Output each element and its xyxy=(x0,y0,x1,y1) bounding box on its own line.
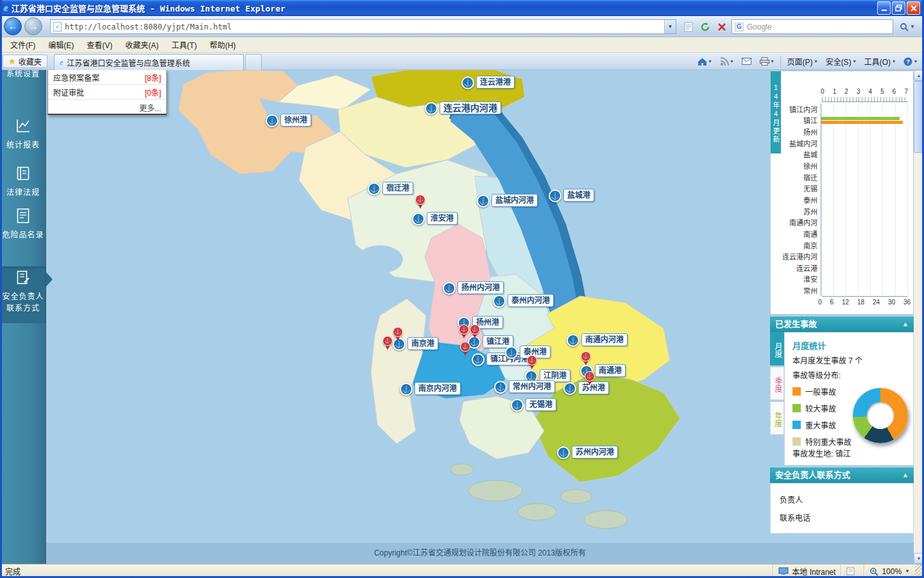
chart-category-label: 徐州 xyxy=(771,161,821,171)
anchor-icon: ⚓ xyxy=(494,381,507,394)
axis-tick-label: 6 xyxy=(893,88,896,96)
chart-category-label: 无锡 xyxy=(771,183,821,193)
menu-view[interactable]: 查看(V) xyxy=(80,37,119,52)
home-button[interactable]: ▾ xyxy=(694,56,715,67)
back-button[interactable]: ← xyxy=(4,17,22,35)
scroll-thumb[interactable] xyxy=(914,81,924,153)
favorites-button[interactable]: ★ 收藏夹 xyxy=(3,55,47,68)
browser-tab[interactable]: e 江苏省港口安全监管与应急管理系统 xyxy=(54,54,244,70)
axis-tick-label: 24 xyxy=(873,299,880,307)
port-label: 连云港港 xyxy=(476,76,515,89)
contact-panel-header[interactable]: 安全负责人联系方式 ▲ xyxy=(770,468,914,483)
menu-file[interactable]: 文件(F) xyxy=(4,37,42,52)
restore-button[interactable] xyxy=(892,1,905,15)
zoom-control[interactable]: 100% ▼ xyxy=(864,565,915,578)
compatibility-view-button[interactable] xyxy=(680,19,697,34)
resize-grip[interactable] xyxy=(915,565,924,578)
anchor-icon: ⚓ xyxy=(472,353,484,366)
new-tab-button[interactable] xyxy=(245,54,262,70)
anchor-icon: ⚓ xyxy=(425,102,438,115)
ie-logo-icon: e xyxy=(4,3,8,13)
plans-count-badge: [8条] xyxy=(145,72,161,83)
quick-panel-row-plans[interactable]: 应急预案备案 [8条] xyxy=(48,70,166,85)
close-icon xyxy=(911,5,917,12)
anchor-icon: ⚓ xyxy=(567,334,579,347)
axis-tick-label: 18 xyxy=(857,299,864,307)
anchor-icon: ⚓ xyxy=(477,195,490,207)
search-button[interactable]: ▼ xyxy=(896,19,919,34)
mail-button[interactable] xyxy=(739,57,755,66)
search-input[interactable]: G Google xyxy=(732,19,893,34)
tools-menu-button[interactable]: 工具(O)▾ xyxy=(861,55,898,68)
menu-favorites[interactable]: 收藏夹(A) xyxy=(119,37,165,52)
feeds-button[interactable]: ▾ xyxy=(717,56,737,67)
menu-edit[interactable]: 编辑(E) xyxy=(42,37,80,52)
sidebar-item-dangerous-goods[interactable]: 危险品名录 xyxy=(0,205,46,246)
chart-row: 宿迁 xyxy=(771,171,908,183)
sidebar-item-statistics[interactable]: 统计报表 xyxy=(0,115,46,153)
legend-item: 重大事故 xyxy=(792,416,851,433)
pin-anchor-icon: ⚓ xyxy=(393,327,403,337)
menu-help[interactable]: 帮助(H) xyxy=(203,37,243,52)
chart-row: 镇江内河 xyxy=(771,103,908,115)
anchor-icon: ⚓ xyxy=(557,446,570,459)
status-bar: 完成 本地 Intranet 100% ▼ xyxy=(0,564,924,578)
legend-label: 一般事故 xyxy=(805,386,836,397)
security-zone: 本地 Intranet xyxy=(773,565,841,578)
sidebar-nav: 系统设置 统计报表 法律法规 危险品名录 安全负责人 联系方式 xyxy=(0,70,46,564)
page-icon: e xyxy=(53,22,62,31)
page-content: 系统设置 统计报表 法律法规 危险品名录 安全负责人 联系方式 xyxy=(0,70,924,564)
status-text: 完成 xyxy=(0,566,773,577)
chart-category-label: 苏州 xyxy=(771,206,821,216)
address-dropdown-button[interactable]: ▼ xyxy=(664,20,676,33)
menu-tools[interactable]: 工具(T) xyxy=(165,37,203,52)
collapse-icon[interactable]: ▲ xyxy=(902,317,909,332)
contact-panel-body: 负责人 联系电话 xyxy=(770,483,914,534)
sidebar-item-safety-contacts[interactable]: 安全负责人 联系方式 xyxy=(0,267,46,323)
address-field[interactable]: e http://localhost:8080/yjpt/Main.html ▼ xyxy=(50,19,676,34)
chart-row: 无锡 xyxy=(771,182,908,194)
page-status-icon xyxy=(846,567,855,575)
sidebar-item-regulations[interactable]: 法律法规 xyxy=(0,162,46,201)
chart-row: 徐州 xyxy=(771,160,908,171)
chart-row: 常州 xyxy=(771,285,908,296)
legend-label: 特别重大事故 xyxy=(805,436,851,447)
page-menu-button[interactable]: 页面(P)▾ xyxy=(784,55,821,68)
close-button[interactable] xyxy=(907,1,920,15)
chart-category-label: 连云港 xyxy=(771,263,821,273)
refresh-button[interactable] xyxy=(697,19,714,34)
search-placeholder: Google xyxy=(747,22,772,31)
help-button[interactable]: ? ▾ xyxy=(900,56,920,67)
printer-icon xyxy=(760,57,769,66)
vertical-scrollbar[interactable]: ▲ ▼ xyxy=(914,70,924,564)
port-label: 常州内河港 xyxy=(509,380,555,393)
tab-季度[interactable]: 季度 xyxy=(770,367,784,400)
scroll-up-button[interactable]: ▲ xyxy=(914,70,924,81)
collapse-icon[interactable]: ▲ xyxy=(902,468,909,483)
scroll-down-button[interactable]: ▼ xyxy=(914,553,924,564)
chart-row: 苏州 xyxy=(771,206,908,217)
forward-button[interactable]: → xyxy=(24,17,42,35)
print-button[interactable]: ▾ xyxy=(757,56,777,67)
contact-panel: 安全负责人联系方式 ▲ 负责人 联系电话 xyxy=(770,468,914,534)
tab-年度[interactable]: 年度 xyxy=(770,401,784,435)
contact-phone-label: 联系电话 xyxy=(780,512,810,523)
legend-item: 较大事故 xyxy=(792,399,851,416)
minimize-button[interactable] xyxy=(877,1,891,15)
chart-category-label: 南通 xyxy=(771,229,821,239)
monthly-stats-title: 月度统计 xyxy=(792,339,826,351)
chart-axis-top: 01234567 xyxy=(821,88,908,96)
tab-月度[interactable]: 月度 xyxy=(770,332,784,365)
sidebar-item-system-settings[interactable]: 系统设置 xyxy=(0,70,46,78)
chart-category-label: 南京 xyxy=(771,240,821,250)
right-panel-column: 14年4月更新 01234567 镇江内河镇江扬州盐城内河盐城徐州宿迁无锡泰州苏… xyxy=(770,70,914,564)
stop-button[interactable] xyxy=(714,19,730,34)
safety-menu-button[interactable]: 安全(S)▾ xyxy=(823,55,859,68)
accident-panel-header[interactable]: 已发生事故 ▲ xyxy=(770,317,914,332)
more-link[interactable]: 更多... xyxy=(48,100,166,114)
title-bar: e 江苏省港口安全监管与应急管理系统 - Windows Internet Ex… xyxy=(0,0,924,16)
anchor-icon: ⚓ xyxy=(461,76,474,89)
legend-label: 较大事故 xyxy=(805,403,836,414)
monthly-summary: 本月度发生事故 7 个 xyxy=(792,355,862,365)
quick-panel-row-approval[interactable]: 附证审批 [0条] xyxy=(48,85,166,100)
